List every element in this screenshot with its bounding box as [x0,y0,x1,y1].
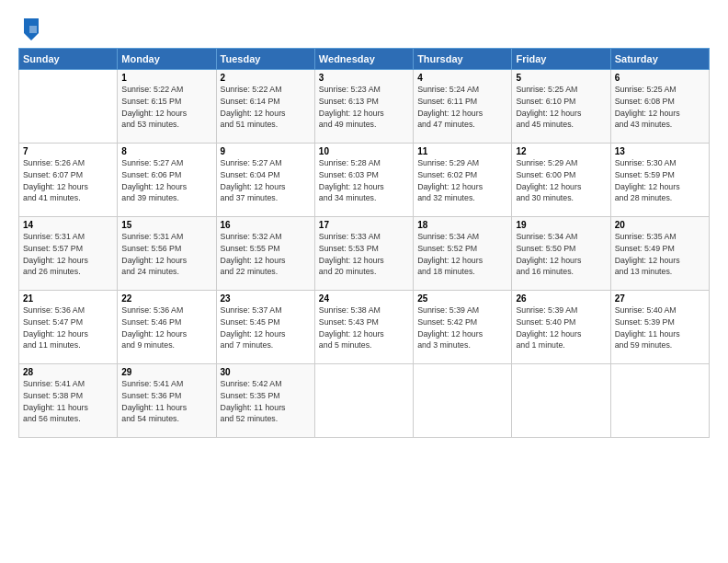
day-number: 2 [221,73,311,83]
calendar-cell: 16Sunrise: 5:32 AM Sunset: 5:55 PM Dayli… [216,217,314,291]
header-saturday: Saturday [610,49,709,70]
calendar-cell: 6Sunrise: 5:25 AM Sunset: 6:08 PM Daylig… [610,70,709,144]
day-number: 8 [121,146,211,156]
day-info: Sunrise: 5:28 AM Sunset: 6:03 PM Dayligh… [319,157,409,204]
logo [18,18,40,42]
calendar-week-2: 7Sunrise: 5:26 AM Sunset: 6:07 PM Daylig… [19,144,710,217]
day-info: Sunrise: 5:24 AM Sunset: 6:11 PM Dayligh… [417,84,507,131]
calendar-cell: 11Sunrise: 5:29 AM Sunset: 6:02 PM Dayli… [414,144,512,217]
day-info: Sunrise: 5:22 AM Sunset: 6:14 PM Dayligh… [221,84,311,131]
calendar-cell: 30Sunrise: 5:42 AM Sunset: 5:35 PM Dayli… [216,364,314,438]
day-number: 4 [417,73,507,83]
day-number: 26 [516,293,606,304]
calendar-header-row: SundayMondayTuesdayWednesdayThursdayFrid… [19,49,710,70]
day-number: 20 [615,220,705,230]
calendar-cell [314,364,413,438]
day-number: 22 [121,293,211,304]
calendar-cell: 28Sunrise: 5:41 AM Sunset: 5:38 PM Dayli… [19,364,118,438]
day-number: 5 [516,73,606,83]
calendar-cell: 9Sunrise: 5:27 AM Sunset: 6:04 PM Daylig… [216,144,314,217]
day-number: 17 [319,220,409,230]
calendar-cell: 25Sunrise: 5:39 AM Sunset: 5:42 PM Dayli… [414,291,512,364]
header-sunday: Sunday [19,49,118,70]
header-thursday: Thursday [414,49,512,70]
calendar-cell: 23Sunrise: 5:37 AM Sunset: 5:45 PM Dayli… [216,291,314,364]
day-info: Sunrise: 5:41 AM Sunset: 5:38 PM Dayligh… [23,378,113,425]
calendar-cell: 4Sunrise: 5:24 AM Sunset: 6:11 PM Daylig… [414,70,512,144]
calendar-cell: 17Sunrise: 5:33 AM Sunset: 5:53 PM Dayli… [314,217,413,291]
day-info: Sunrise: 5:27 AM Sunset: 6:06 PM Dayligh… [121,157,211,204]
day-number: 1 [121,73,211,83]
day-info: Sunrise: 5:42 AM Sunset: 5:35 PM Dayligh… [221,378,311,425]
calendar-cell: 8Sunrise: 5:27 AM Sunset: 6:06 PM Daylig… [118,144,216,217]
day-info: Sunrise: 5:25 AM Sunset: 6:10 PM Dayligh… [516,84,606,131]
day-info: Sunrise: 5:38 AM Sunset: 5:43 PM Dayligh… [319,304,409,351]
day-info: Sunrise: 5:25 AM Sunset: 6:08 PM Dayligh… [615,84,705,131]
day-info: Sunrise: 5:29 AM Sunset: 6:00 PM Dayligh… [516,157,606,204]
header-tuesday: Tuesday [216,49,314,70]
day-number: 3 [319,73,409,83]
day-number: 11 [417,146,507,156]
day-info: Sunrise: 5:27 AM Sunset: 6:04 PM Dayligh… [221,157,311,204]
calendar-week-1: 1Sunrise: 5:22 AM Sunset: 6:15 PM Daylig… [19,70,710,144]
calendar-cell [610,364,709,438]
calendar-cell: 14Sunrise: 5:31 AM Sunset: 5:57 PM Dayli… [19,217,118,291]
day-info: Sunrise: 5:23 AM Sunset: 6:13 PM Dayligh… [319,84,409,131]
day-info: Sunrise: 5:31 AM Sunset: 5:56 PM Dayligh… [121,231,211,278]
day-number: 25 [417,293,507,304]
day-info: Sunrise: 5:33 AM Sunset: 5:53 PM Dayligh… [319,231,409,278]
logo-icon [20,17,40,42]
calendar-cell [512,364,610,438]
day-info: Sunrise: 5:29 AM Sunset: 6:02 PM Dayligh… [417,157,507,204]
calendar-cell: 7Sunrise: 5:26 AM Sunset: 6:07 PM Daylig… [19,144,118,217]
calendar-cell: 12Sunrise: 5:29 AM Sunset: 6:00 PM Dayli… [512,144,610,217]
day-number: 27 [615,293,705,304]
calendar-cell: 19Sunrise: 5:34 AM Sunset: 5:50 PM Dayli… [512,217,610,291]
day-number: 19 [516,220,606,230]
calendar-cell: 13Sunrise: 5:30 AM Sunset: 5:59 PM Dayli… [610,144,709,217]
calendar-cell: 24Sunrise: 5:38 AM Sunset: 5:43 PM Dayli… [314,291,413,364]
calendar-cell: 15Sunrise: 5:31 AM Sunset: 5:56 PM Dayli… [118,217,216,291]
day-info: Sunrise: 5:31 AM Sunset: 5:57 PM Dayligh… [23,231,113,278]
calendar-cell: 18Sunrise: 5:34 AM Sunset: 5:52 PM Dayli… [414,217,512,291]
day-info: Sunrise: 5:26 AM Sunset: 6:07 PM Dayligh… [23,157,113,204]
day-number: 30 [221,367,311,377]
day-number: 9 [221,146,311,156]
day-number: 6 [615,73,705,83]
day-info: Sunrise: 5:37 AM Sunset: 5:45 PM Dayligh… [221,304,311,351]
day-number: 13 [615,146,705,156]
day-info: Sunrise: 5:40 AM Sunset: 5:39 PM Dayligh… [615,304,705,351]
calendar-cell: 1Sunrise: 5:22 AM Sunset: 6:15 PM Daylig… [118,70,216,144]
day-number: 15 [121,220,211,230]
calendar-cell: 10Sunrise: 5:28 AM Sunset: 6:03 PM Dayli… [314,144,413,217]
calendar-cell [19,70,118,144]
calendar-cell: 20Sunrise: 5:35 AM Sunset: 5:49 PM Dayli… [610,217,709,291]
day-number: 18 [417,220,507,230]
day-number: 23 [221,293,311,304]
header-monday: Monday [118,49,216,70]
day-number: 21 [23,293,113,304]
calendar-cell: 29Sunrise: 5:41 AM Sunset: 5:36 PM Dayli… [118,364,216,438]
day-info: Sunrise: 5:32 AM Sunset: 5:55 PM Dayligh… [221,231,311,278]
day-number: 28 [23,367,113,377]
day-info: Sunrise: 5:30 AM Sunset: 5:59 PM Dayligh… [615,157,705,204]
day-info: Sunrise: 5:34 AM Sunset: 5:52 PM Dayligh… [417,231,507,278]
day-number: 29 [121,367,211,377]
day-number: 16 [221,220,311,230]
day-number: 14 [23,220,113,230]
header [18,15,710,42]
calendar-cell: 3Sunrise: 5:23 AM Sunset: 6:13 PM Daylig… [314,70,413,144]
calendar-cell: 22Sunrise: 5:36 AM Sunset: 5:46 PM Dayli… [118,291,216,364]
day-info: Sunrise: 5:35 AM Sunset: 5:49 PM Dayligh… [615,231,705,278]
day-number: 24 [319,293,409,304]
calendar-cell [414,364,512,438]
day-number: 12 [516,146,606,156]
day-info: Sunrise: 5:41 AM Sunset: 5:36 PM Dayligh… [121,378,211,425]
page: SundayMondayTuesdayWednesdayThursdayFrid… [0,0,728,563]
header-friday: Friday [512,49,610,70]
day-info: Sunrise: 5:22 AM Sunset: 6:15 PM Dayligh… [121,84,211,131]
day-info: Sunrise: 5:34 AM Sunset: 5:50 PM Dayligh… [516,231,606,278]
calendar-cell: 21Sunrise: 5:36 AM Sunset: 5:47 PM Dayli… [19,291,118,364]
day-number: 7 [23,146,113,156]
header-wednesday: Wednesday [314,49,413,70]
